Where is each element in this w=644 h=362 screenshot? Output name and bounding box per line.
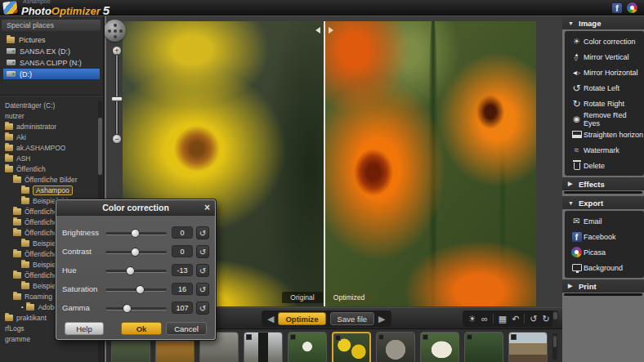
thumbnail-checkbox[interactable] — [290, 334, 296, 340]
menu-mirror-horizontal[interactable]: ◀▷Mirror Horizontal — [565, 65, 644, 80]
saturation-slider[interactable] — [105, 284, 167, 294]
tree-item[interactable]: nutzer — [0, 110, 97, 121]
drive-icon — [7, 60, 16, 65]
optimize-button[interactable]: Optimize — [278, 312, 325, 325]
optimized-image — [325, 21, 536, 306]
tree-item[interactable]: ASH — [0, 153, 97, 163]
thumbnail[interactable] — [464, 332, 503, 362]
menu-remove-red-eyes[interactable]: ◉Remove Red Eyes — [565, 111, 644, 127]
place-pictures[interactable]: Pictures — [3, 34, 100, 45]
reset-button[interactable]: ↺ — [196, 226, 209, 239]
tree-item[interactable]: Aki — [0, 132, 97, 142]
thumbnail[interactable] — [508, 332, 548, 362]
zoom-slider-track[interactable] — [115, 54, 119, 136]
brand-version: 5 — [103, 4, 110, 16]
folder-icon — [13, 251, 21, 257]
menu-color-correction[interactable]: ☀Color correction — [565, 34, 644, 49]
thumbnail-checkbox[interactable] — [511, 334, 517, 340]
filmstrip-scrollbar-thumb[interactable] — [553, 336, 557, 347]
color-correction-dialog: Color correction × Brightness 0 ↺ Contra… — [56, 199, 216, 340]
undo-icon[interactable]: ↶ — [512, 311, 519, 326]
tree-item-selected[interactable]: Ashampoo — [0, 185, 97, 195]
thumbnail[interactable] — [244, 332, 283, 362]
pan-navigator[interactable] — [104, 20, 126, 42]
slider-label: Saturation — [62, 284, 105, 293]
previous-image-button[interactable]: ◀ — [267, 311, 274, 326]
menu-facebook[interactable]: fFacebook — [565, 229, 644, 244]
toolbar-scrollbar-thumb[interactable] — [553, 312, 557, 320]
section-print[interactable]: ▶ Print — [562, 279, 644, 293]
tree-item[interactable]: Öffentlich — [0, 163, 97, 174]
ok-button[interactable]: Ok — [121, 322, 162, 335]
reset-button[interactable]: ↺ — [196, 302, 209, 315]
place-drive-d[interactable]: (D:) — [3, 69, 100, 79]
slider-handle[interactable] — [131, 248, 140, 257]
help-button[interactable]: Help — [65, 322, 104, 335]
tree-item[interactable]: Datenträger (C:) — [0, 100, 97, 110]
menu-email[interactable]: ✉Email — [565, 213, 644, 229]
cancel-button[interactable]: Cancel — [166, 322, 207, 335]
section-image[interactable]: ▼ Image — [562, 16, 644, 29]
folder-icon — [21, 198, 29, 204]
zoom-out-button[interactable]: − — [112, 134, 122, 144]
facebook-icon[interactable]: f — [612, 3, 622, 13]
place-sansa-ex[interactable]: SANSA EX (D:) — [3, 46, 100, 56]
tree-item[interactable]: Öffentliche Bilder — [0, 174, 97, 185]
reset-button[interactable]: ↺ — [196, 264, 209, 277]
close-icon[interactable]: × — [204, 200, 210, 216]
thumbnail-checkbox[interactable] — [246, 334, 252, 340]
brightness-slider[interactable] — [105, 228, 167, 238]
effects-icon[interactable]: ∞ — [481, 311, 488, 326]
folder-icon — [13, 219, 21, 226]
thumbnail-checkbox[interactable] — [378, 334, 384, 340]
thumbnail-checkbox[interactable] — [467, 334, 472, 340]
sun-icon: ☀ — [570, 37, 584, 46]
slider-handle[interactable] — [136, 285, 145, 294]
slider-handle[interactable] — [126, 266, 135, 275]
slider-handle[interactable] — [131, 229, 140, 238]
zoom-slider[interactable]: + − — [111, 46, 123, 144]
save-file-button[interactable]: Save file — [330, 312, 374, 325]
slider-handle[interactable] — [123, 304, 132, 313]
divider-right-arrow-icon[interactable] — [329, 27, 333, 34]
tree-item[interactable]: administrator — [0, 121, 97, 132]
color-correction-icon[interactable]: ☀ — [468, 311, 476, 326]
tree-scrollbar-thumb[interactable] — [98, 118, 102, 175]
chevron-down-icon: ▼ — [568, 20, 575, 26]
reset-button[interactable]: ↺ — [196, 283, 209, 296]
menu-rotate-right[interactable]: ↻Rotate Right — [565, 96, 644, 111]
filmstrip-scrollbar[interactable] — [552, 333, 557, 360]
menu-straighten-horizon[interactable]: Straighten horizon — [565, 127, 644, 142]
thumbnail[interactable] — [376, 332, 415, 362]
menu-delete[interactable]: Delete — [565, 158, 644, 173]
menu-watermark[interactable]: ≈Watermark — [565, 142, 644, 158]
dialog-titlebar[interactable]: Color correction × — [56, 200, 215, 216]
section-divider — [564, 191, 642, 194]
gamma-slider[interactable] — [105, 303, 167, 313]
place-sansa-clipp[interactable]: SANSA CLIPP (N:) — [3, 57, 100, 68]
contrast-slider[interactable] — [105, 247, 167, 257]
divider-left-arrow-icon[interactable] — [315, 27, 320, 34]
section-export[interactable]: ▼ Export — [562, 196, 644, 209]
tree-item[interactable]: ak.ASHAMPOO — [0, 142, 97, 153]
hue-slider[interactable] — [105, 266, 167, 275]
menu-background[interactable]: Background — [565, 260, 644, 275]
section-effects[interactable]: ▶ Effects — [562, 177, 644, 190]
rotate-left-icon[interactable]: ↺ — [530, 311, 537, 326]
thumbnail[interactable] — [420, 332, 459, 362]
zoom-slider-handle[interactable] — [111, 96, 123, 101]
reset-button[interactable]: ↺ — [196, 245, 209, 258]
next-image-button[interactable]: ▶ — [378, 311, 385, 326]
picasa-icon[interactable] — [627, 2, 637, 13]
toolbar-scrollbar[interactable] — [552, 311, 558, 327]
menu-picasa[interactable]: Picasa — [565, 244, 644, 260]
menu-mirror-vertical[interactable]: ▲▽Mirror Vertical — [565, 49, 644, 65]
slideshow-icon[interactable]: ▦ — [499, 311, 507, 326]
thumbnail-checkbox[interactable] — [335, 335, 341, 341]
thumbnail-selected[interactable] — [332, 332, 371, 362]
thumbnail-checkbox[interactable] — [423, 334, 428, 340]
rotate-right-icon[interactable]: ↻ — [543, 311, 550, 326]
email-icon: ✉ — [570, 217, 584, 226]
thumbnail[interactable] — [288, 332, 327, 362]
menu-rotate-left[interactable]: ↺Rotate Left — [565, 80, 644, 96]
